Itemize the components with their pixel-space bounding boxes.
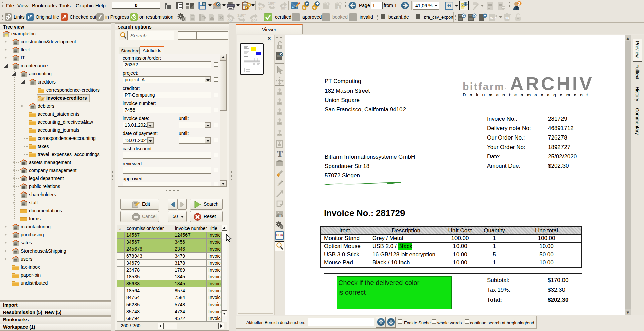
svg-text:90°: 90°	[281, 6, 287, 10]
svg-text:180°: 180°	[237, 13, 246, 18]
svg-text:2: 2	[518, 1, 521, 6]
svg-text:NRS: NRS	[505, 17, 510, 19]
svg-text:180°: 180°	[268, 1, 276, 5]
svg-text:90°: 90°	[227, 18, 233, 22]
svg-text:TIF: TIF	[279, 215, 282, 217]
svg-text:1: 1	[337, 5, 340, 10]
svg-text:90°: 90°	[251, 18, 257, 22]
svg-text:META: META	[490, 17, 496, 19]
svg-text:90°: 90°	[258, 6, 264, 10]
svg-text:T: T	[277, 149, 283, 158]
svg-text:#: #	[292, 3, 295, 9]
